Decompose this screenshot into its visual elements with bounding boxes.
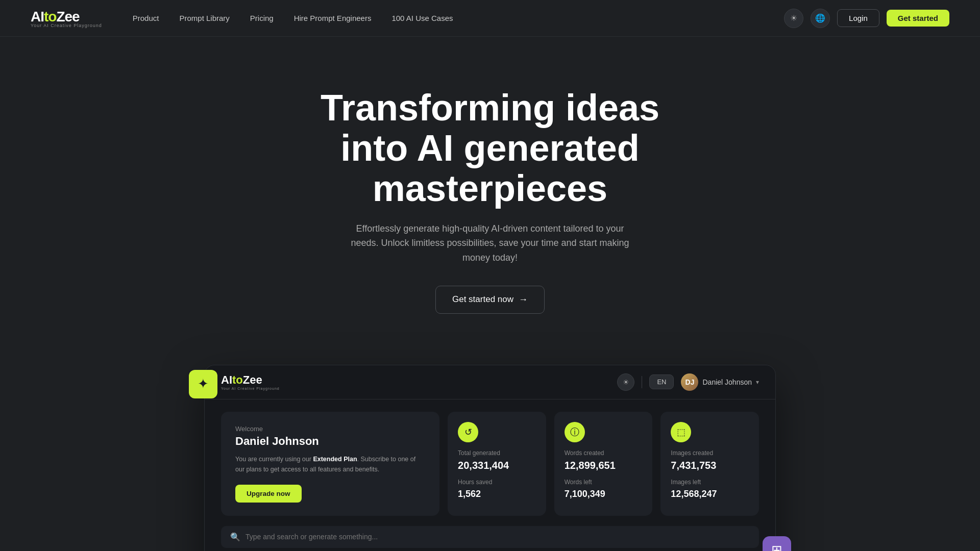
nav-divider bbox=[642, 376, 642, 388]
images-created-value: 7,431,753 bbox=[671, 460, 749, 471]
stat-card-words-created: ⓘ Words created 12,899,651 Words left 7,… bbox=[554, 412, 653, 516]
nav-link-pricing[interactable]: Pricing bbox=[250, 14, 274, 22]
nav-link-use-cases[interactable]: 100 AI Use Cases bbox=[391, 14, 453, 22]
welcome-card: Welcome Daniel Johnson You are currently… bbox=[221, 412, 439, 516]
dash-avatar: DJ bbox=[681, 373, 698, 391]
globe-icon[interactable]: 🌐 bbox=[811, 9, 830, 28]
total-generated-value: 20,331,404 bbox=[458, 460, 536, 471]
dash-logo-ai: AI bbox=[221, 373, 232, 386]
welcome-desc: You are currently using our Extended Pla… bbox=[235, 454, 425, 474]
dashboard-frame: AItoZee Your AI Creative Playground ☀ EN… bbox=[204, 365, 776, 551]
dash-logo-to: to bbox=[232, 373, 243, 386]
nav-item-prompt-library[interactable]: Prompt Library bbox=[179, 14, 229, 23]
logo-tagline: Your AI Creative Playground bbox=[31, 23, 102, 28]
nav-item-use-cases[interactable]: 100 AI Use Cases bbox=[391, 14, 453, 23]
login-button[interactable]: Login bbox=[837, 9, 879, 27]
search-icon: 🔍 bbox=[230, 532, 240, 542]
total-generated-icon: ↺ bbox=[458, 422, 478, 442]
hero-title: Transforming ideas into AI generated mas… bbox=[291, 88, 689, 209]
welcome-label: Welcome bbox=[235, 425, 425, 433]
dash-content: Welcome Daniel Johnson You are currently… bbox=[205, 399, 775, 551]
get-started-now-button[interactable]: Get started now → bbox=[435, 286, 545, 314]
dash-nav-right: ☀ EN DJ Daniel Johnson ▾ bbox=[617, 373, 759, 391]
search-input[interactable] bbox=[246, 533, 750, 541]
hero-subtitle: Effortlessly generate high-quality AI-dr… bbox=[347, 221, 633, 265]
navbar: AItoZee Your AI Creative Playground Prod… bbox=[0, 0, 980, 37]
images-created-label: Images created bbox=[671, 449, 749, 457]
stat-card-images-created: ⬚ Images created 7,431,753 Images left 1… bbox=[660, 412, 759, 516]
dash-avatar-initials: DJ bbox=[685, 378, 695, 386]
welcome-name: Daniel Johnson bbox=[235, 435, 425, 448]
images-left-label: Images left bbox=[671, 479, 749, 486]
theme-toggle-icon[interactable]: ☀ bbox=[784, 9, 803, 28]
words-created-icon: ⓘ bbox=[565, 422, 585, 442]
logo-ai: AI bbox=[31, 9, 44, 24]
logo-zee: Zee bbox=[56, 9, 79, 24]
logo-to: to bbox=[44, 9, 56, 24]
dashboard-preview-wrapper: ✦ ⊞ AItoZee Your AI Creative Playground … bbox=[194, 365, 786, 551]
navbar-right: ☀ 🌐 Login Get started bbox=[784, 9, 949, 28]
images-created-icon: ⬚ bbox=[671, 422, 691, 442]
hours-saved-label: Hours saved bbox=[458, 479, 536, 486]
dash-user-menu[interactable]: DJ Daniel Johnson ▾ bbox=[681, 373, 759, 391]
get-started-button-nav[interactable]: Get started bbox=[887, 10, 949, 27]
floating-icon-right: ⊞ bbox=[763, 536, 791, 551]
nav-link-hire[interactable]: Hire Prompt Engineers bbox=[294, 14, 372, 22]
search-bar[interactable]: 🔍 bbox=[221, 526, 759, 548]
get-started-now-label: Get started now bbox=[452, 294, 513, 305]
words-left-value: 7,100,349 bbox=[565, 489, 643, 499]
upgrade-now-button[interactable]: Upgrade now bbox=[235, 485, 302, 503]
nav-link-prompt-library[interactable]: Prompt Library bbox=[179, 14, 229, 22]
words-left-label: Words left bbox=[565, 479, 643, 486]
nav-links: Product Prompt Library Pricing Hire Prom… bbox=[133, 14, 453, 23]
nav-item-hire[interactable]: Hire Prompt Engineers bbox=[294, 14, 372, 23]
chevron-down-icon: ▾ bbox=[756, 379, 759, 386]
logo[interactable]: AItoZee Your AI Creative Playground bbox=[31, 9, 102, 28]
dash-logo-zee: Zee bbox=[243, 373, 262, 386]
words-created-label: Words created bbox=[565, 449, 643, 457]
navbar-left: AItoZee Your AI Creative Playground Prod… bbox=[31, 9, 453, 28]
nav-item-product[interactable]: Product bbox=[133, 14, 159, 23]
floating-icon-left: ✦ bbox=[189, 370, 217, 398]
dash-logo-tagline: Your AI Creative Playground bbox=[221, 387, 280, 390]
hours-saved-value: 1,562 bbox=[458, 489, 536, 499]
arrow-right-icon: → bbox=[519, 294, 528, 305]
dash-logo: AItoZee Your AI Creative Playground bbox=[221, 373, 280, 390]
stats-row: Welcome Daniel Johnson You are currently… bbox=[221, 412, 759, 516]
stat-card-total-generated: ↺ Total generated 20,331,404 Hours saved… bbox=[448, 412, 546, 516]
dash-navbar: AItoZee Your AI Creative Playground ☀ EN… bbox=[205, 365, 775, 399]
nav-item-pricing[interactable]: Pricing bbox=[250, 14, 274, 23]
dash-theme-icon[interactable]: ☀ bbox=[617, 373, 634, 391]
dash-lang-button[interactable]: EN bbox=[649, 374, 674, 389]
hero-section: Transforming ideas into AI generated mas… bbox=[0, 37, 980, 344]
words-created-value: 12,899,651 bbox=[565, 460, 643, 471]
total-generated-label: Total generated bbox=[458, 449, 536, 457]
images-left-value: 12,568,247 bbox=[671, 489, 749, 499]
nav-link-product[interactable]: Product bbox=[133, 14, 159, 22]
dash-username: Daniel Johnson bbox=[702, 378, 752, 386]
